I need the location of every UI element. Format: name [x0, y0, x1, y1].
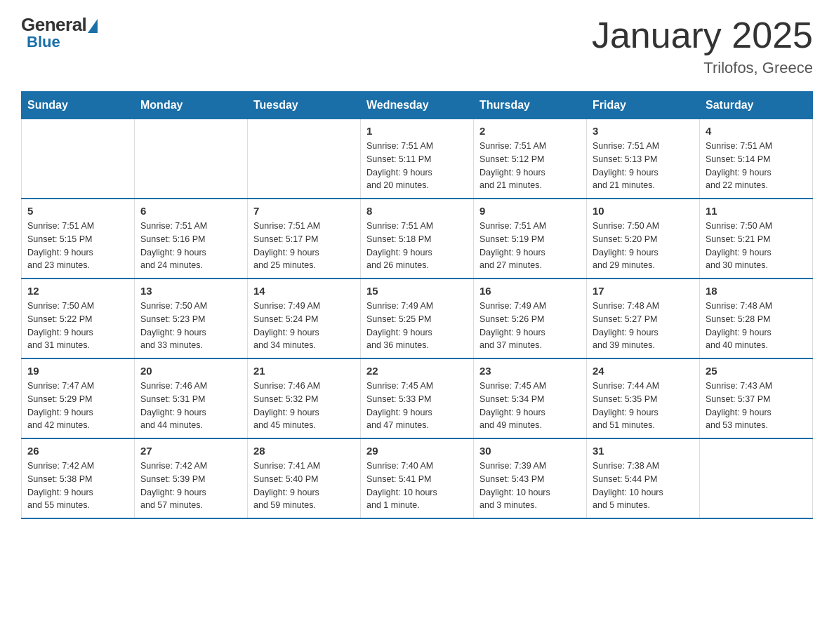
calendar-day-cell: 10Sunrise: 7:50 AMSunset: 5:20 PMDayligh… [587, 199, 700, 279]
day-info: Sunrise: 7:50 AMSunset: 5:23 PMDaylight:… [140, 300, 241, 352]
logo-blue-text: Blue [27, 33, 60, 51]
day-info: Sunrise: 7:38 AMSunset: 5:44 PMDaylight:… [593, 459, 694, 512]
day-info: Sunrise: 7:50 AMSunset: 5:21 PMDaylight:… [706, 220, 807, 272]
day-number: 23 [479, 365, 581, 377]
calendar-day-header: Friday [587, 92, 700, 119]
day-info: Sunrise: 7:51 AMSunset: 5:11 PMDaylight:… [366, 140, 468, 192]
calendar-day-cell [248, 119, 361, 199]
day-info: Sunrise: 7:45 AMSunset: 5:33 PMDaylight:… [366, 380, 468, 432]
calendar-day-cell: 27Sunrise: 7:42 AMSunset: 5:39 PMDayligh… [135, 438, 248, 518]
calendar-week-row: 5Sunrise: 7:51 AMSunset: 5:15 PMDaylight… [22, 199, 813, 279]
calendar-week-row: 19Sunrise: 7:47 AMSunset: 5:29 PMDayligh… [22, 358, 813, 438]
calendar-week-row: 26Sunrise: 7:42 AMSunset: 5:38 PMDayligh… [22, 438, 813, 518]
day-number: 2 [479, 125, 581, 137]
day-number: 17 [593, 285, 694, 297]
calendar-day-cell: 23Sunrise: 7:45 AMSunset: 5:34 PMDayligh… [474, 358, 587, 438]
calendar-day-cell: 21Sunrise: 7:46 AMSunset: 5:32 PMDayligh… [248, 358, 361, 438]
day-number: 30 [479, 445, 581, 457]
day-info: Sunrise: 7:49 AMSunset: 5:24 PMDaylight:… [253, 300, 355, 352]
day-info: Sunrise: 7:46 AMSunset: 5:31 PMDaylight:… [140, 380, 241, 432]
day-number: 26 [27, 445, 128, 457]
calendar-day-cell: 6Sunrise: 7:51 AMSunset: 5:16 PMDaylight… [135, 199, 248, 279]
calendar-day-header: Monday [135, 92, 248, 119]
day-number: 11 [706, 205, 807, 217]
calendar-day-cell: 30Sunrise: 7:39 AMSunset: 5:43 PMDayligh… [474, 438, 587, 518]
day-info: Sunrise: 7:44 AMSunset: 5:35 PMDaylight:… [593, 380, 694, 432]
calendar-day-header: Thursday [474, 92, 587, 119]
calendar-day-cell: 15Sunrise: 7:49 AMSunset: 5:25 PMDayligh… [361, 279, 474, 358]
calendar-day-cell: 4Sunrise: 7:51 AMSunset: 5:14 PMDaylight… [700, 119, 813, 199]
calendar-day-cell: 29Sunrise: 7:40 AMSunset: 5:41 PMDayligh… [361, 438, 474, 518]
day-number: 20 [140, 365, 241, 377]
calendar-day-cell: 24Sunrise: 7:44 AMSunset: 5:35 PMDayligh… [587, 358, 700, 438]
calendar-day-cell: 12Sunrise: 7:50 AMSunset: 5:22 PMDayligh… [22, 279, 135, 358]
title-section: January 2025 Trilofos, Greece [592, 14, 813, 77]
calendar-week-row: 1Sunrise: 7:51 AMSunset: 5:11 PMDaylight… [22, 119, 813, 199]
day-number: 28 [253, 445, 355, 457]
day-info: Sunrise: 7:42 AMSunset: 5:39 PMDaylight:… [140, 459, 241, 512]
day-info: Sunrise: 7:41 AMSunset: 5:40 PMDaylight:… [253, 459, 355, 512]
calendar-day-cell: 26Sunrise: 7:42 AMSunset: 5:38 PMDayligh… [22, 438, 135, 518]
calendar-day-cell: 18Sunrise: 7:48 AMSunset: 5:28 PMDayligh… [700, 279, 813, 358]
calendar-subtitle: Trilofos, Greece [592, 59, 813, 77]
calendar-day-cell: 13Sunrise: 7:50 AMSunset: 5:23 PMDayligh… [135, 279, 248, 358]
day-info: Sunrise: 7:40 AMSunset: 5:41 PMDaylight:… [366, 459, 468, 512]
calendar-day-cell [135, 119, 248, 199]
day-number: 1 [366, 125, 468, 137]
day-number: 12 [27, 285, 128, 297]
day-info: Sunrise: 7:45 AMSunset: 5:34 PMDaylight:… [479, 380, 581, 432]
day-number: 9 [479, 205, 581, 217]
calendar-day-cell [22, 119, 135, 199]
day-info: Sunrise: 7:47 AMSunset: 5:29 PMDaylight:… [27, 380, 128, 432]
calendar-day-cell [700, 438, 813, 518]
calendar-title: January 2025 [592, 14, 813, 56]
calendar-day-cell: 8Sunrise: 7:51 AMSunset: 5:18 PMDaylight… [361, 199, 474, 279]
day-info: Sunrise: 7:51 AMSunset: 5:15 PMDaylight:… [27, 220, 128, 272]
calendar-day-header: Saturday [700, 92, 813, 119]
page-header: General Blue January 2025 Trilofos, Gree… [21, 14, 813, 77]
calendar-day-cell: 19Sunrise: 7:47 AMSunset: 5:29 PMDayligh… [22, 358, 135, 438]
day-number: 3 [593, 125, 694, 137]
calendar-day-cell: 20Sunrise: 7:46 AMSunset: 5:31 PMDayligh… [135, 358, 248, 438]
day-info: Sunrise: 7:39 AMSunset: 5:43 PMDaylight:… [479, 459, 581, 512]
day-number: 7 [253, 205, 355, 217]
calendar-day-cell: 1Sunrise: 7:51 AMSunset: 5:11 PMDaylight… [361, 119, 474, 199]
day-number: 6 [140, 205, 241, 217]
calendar-day-cell: 28Sunrise: 7:41 AMSunset: 5:40 PMDayligh… [248, 438, 361, 518]
logo-triangle-icon [88, 19, 98, 33]
day-info: Sunrise: 7:50 AMSunset: 5:22 PMDaylight:… [27, 300, 128, 352]
calendar-day-header: Wednesday [361, 92, 474, 119]
calendar-day-cell: 14Sunrise: 7:49 AMSunset: 5:24 PMDayligh… [248, 279, 361, 358]
calendar-day-cell: 25Sunrise: 7:43 AMSunset: 5:37 PMDayligh… [700, 358, 813, 438]
calendar-day-cell: 11Sunrise: 7:50 AMSunset: 5:21 PMDayligh… [700, 199, 813, 279]
day-info: Sunrise: 7:49 AMSunset: 5:26 PMDaylight:… [479, 300, 581, 352]
day-info: Sunrise: 7:51 AMSunset: 5:18 PMDaylight:… [366, 220, 468, 272]
calendar-day-header: Sunday [22, 92, 135, 119]
day-info: Sunrise: 7:51 AMSunset: 5:17 PMDaylight:… [253, 220, 355, 272]
calendar-day-cell: 22Sunrise: 7:45 AMSunset: 5:33 PMDayligh… [361, 358, 474, 438]
calendar-day-cell: 5Sunrise: 7:51 AMSunset: 5:15 PMDaylight… [22, 199, 135, 279]
calendar-day-cell: 9Sunrise: 7:51 AMSunset: 5:19 PMDaylight… [474, 199, 587, 279]
day-number: 10 [593, 205, 694, 217]
day-info: Sunrise: 7:51 AMSunset: 5:19 PMDaylight:… [479, 220, 581, 272]
day-number: 18 [706, 285, 807, 297]
calendar-week-row: 12Sunrise: 7:50 AMSunset: 5:22 PMDayligh… [22, 279, 813, 358]
day-number: 31 [593, 445, 694, 457]
day-info: Sunrise: 7:43 AMSunset: 5:37 PMDaylight:… [706, 380, 807, 432]
day-number: 16 [479, 285, 581, 297]
calendar-header-row: SundayMondayTuesdayWednesdayThursdayFrid… [22, 92, 813, 119]
day-number: 29 [366, 445, 468, 457]
day-info: Sunrise: 7:50 AMSunset: 5:20 PMDaylight:… [593, 220, 694, 272]
day-number: 15 [366, 285, 468, 297]
day-info: Sunrise: 7:46 AMSunset: 5:32 PMDaylight:… [253, 380, 355, 432]
day-number: 22 [366, 365, 468, 377]
logo: General Blue [21, 14, 98, 51]
day-info: Sunrise: 7:48 AMSunset: 5:28 PMDaylight:… [706, 300, 807, 352]
calendar-day-header: Tuesday [248, 92, 361, 119]
day-number: 8 [366, 205, 468, 217]
day-number: 13 [140, 285, 241, 297]
calendar-day-cell: 31Sunrise: 7:38 AMSunset: 5:44 PMDayligh… [587, 438, 700, 518]
day-number: 5 [27, 205, 128, 217]
day-number: 24 [593, 365, 694, 377]
day-number: 19 [27, 365, 128, 377]
